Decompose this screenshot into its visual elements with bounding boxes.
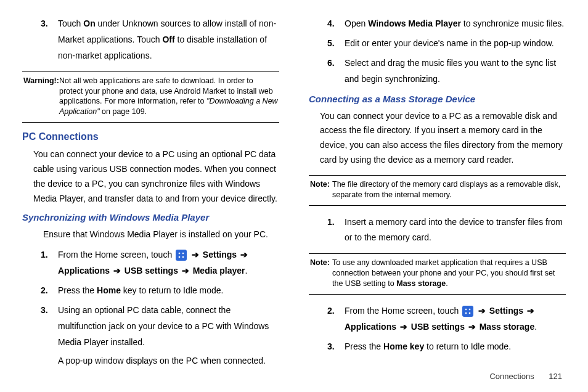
- step-text: Using an optional PC data cable, connect…: [58, 303, 279, 369]
- list-item: 6. Select and drag the music files you w…: [309, 55, 566, 88]
- step-number: 1.: [41, 247, 52, 279]
- page-number: 121: [549, 372, 562, 381]
- warning-box: Warning!: Not all web applications are s…: [22, 71, 279, 123]
- list-item: 1. From the Home screen, touch ➔ Setting…: [22, 247, 279, 279]
- arrow-icon: ➔: [240, 247, 248, 263]
- list-item: 3. Touch On under Unknown sources to all…: [22, 16, 279, 64]
- page-columns: 3. Touch On under Unknown sources to all…: [22, 16, 566, 372]
- arrow-icon: ➔: [113, 263, 121, 279]
- apps-grid-icon: [176, 250, 187, 261]
- step-text: Press the Home key to return to Idle mod…: [345, 339, 566, 355]
- subheading-sync-wmp: Synchronizing with Windows Media Player: [22, 212, 279, 223]
- step-number: 3.: [41, 16, 52, 64]
- list-item: 4. Open Windows Media Player to synchron…: [309, 16, 566, 32]
- step-number: 5.: [327, 36, 338, 52]
- page-footer: Connections 121: [489, 372, 562, 381]
- warning-body: Not all web applications are safe to dow…: [59, 76, 278, 118]
- step-text: Insert a memory card into the device to …: [345, 214, 566, 247]
- left-column: 3. Touch On under Unknown sources to all…: [22, 16, 279, 372]
- step-number: 3.: [41, 303, 52, 369]
- apps-grid-icon: [462, 306, 473, 317]
- note-body: To use any downloaded market application…: [332, 258, 565, 289]
- right-column: 4. Open Windows Media Player to synchron…: [309, 16, 566, 372]
- step-text: Select and drag the music files you want…: [345, 55, 566, 88]
- list-item: 3. Press the Home key to return to Idle …: [309, 339, 566, 355]
- list-item: 3. Using an optional PC data cable, conn…: [22, 303, 279, 369]
- section-heading-pc-connections: PC Connections: [22, 131, 279, 142]
- arrow-icon: ➔: [400, 319, 407, 335]
- arrow-icon: ➔: [182, 263, 189, 279]
- note-label: Note:: [310, 179, 332, 200]
- list-item: 1. Insert a memory card into the device …: [309, 214, 566, 247]
- step-text: Touch On under Unknown sources to allow …: [58, 16, 279, 64]
- step-number: 2.: [41, 283, 52, 299]
- list-item: 5. Edit or enter your device's name in t…: [309, 36, 566, 52]
- step-text: Press the Home key to return to Idle mod…: [58, 283, 279, 299]
- step-number: 6.: [327, 55, 338, 88]
- paragraph: You can connect your device to a PC as a…: [320, 109, 566, 168]
- paragraph: Ensure that Windows Media Player is inst…: [43, 227, 279, 242]
- list-item: 2. Press the Home key to return to Idle …: [22, 283, 279, 299]
- step-text: From the Home screen, touch ➔ Settings ➔…: [345, 303, 566, 335]
- note-label: Note:: [310, 258, 332, 289]
- arrow-icon: ➔: [468, 319, 476, 335]
- note-box: Note: The file directory of the memory c…: [309, 175, 566, 206]
- step-number: 1.: [327, 214, 338, 247]
- note-box: Note: To use any downloaded market appli…: [309, 253, 566, 295]
- footer-section: Connections: [489, 372, 534, 381]
- step-number: 4.: [327, 16, 338, 32]
- list-item: 2. From the Home screen, touch ➔ Setting…: [309, 303, 566, 335]
- subheading-mass-storage: Connecting as a Mass Storage Device: [309, 94, 566, 104]
- step-number: 2.: [327, 303, 338, 335]
- warning-label: Warning!:: [23, 76, 59, 118]
- arrow-icon: ➔: [527, 303, 534, 319]
- step-text: Edit or enter your device's name in the …: [345, 36, 566, 52]
- step-text: From the Home screen, touch ➔ Settings ➔…: [58, 247, 279, 279]
- step-text: Open Windows Media Player to synchronize…: [345, 16, 566, 32]
- arrow-icon: ➔: [192, 247, 199, 263]
- arrow-icon: ➔: [478, 303, 486, 319]
- step-number: 3.: [327, 339, 338, 355]
- paragraph: You can connect your device to a PC usin…: [33, 147, 279, 206]
- note-body: The file directory of the memory card di…: [332, 179, 565, 200]
